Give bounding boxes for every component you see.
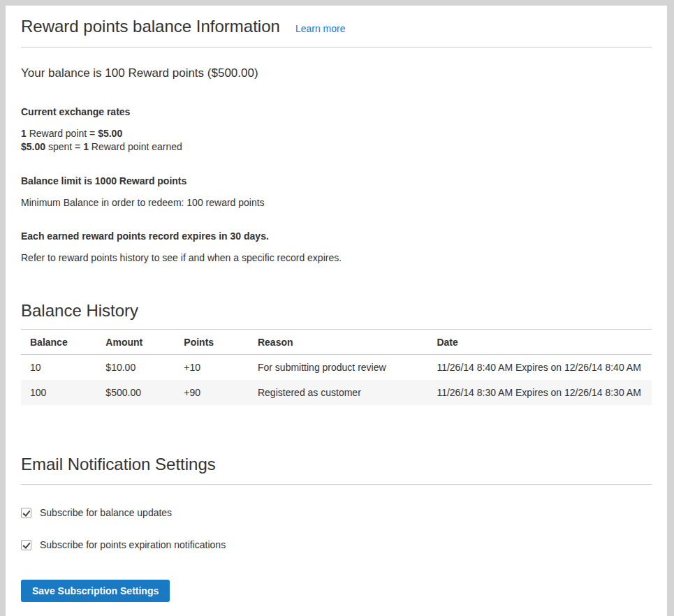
save-subscription-settings-button[interactable]: Save Subscription Settings <box>21 580 170 602</box>
reward-points-panel: Reward points balance Information Learn … <box>6 6 667 616</box>
balance-updates-checkbox[interactable] <box>21 508 31 518</box>
page-title-row: Reward points balance Information Learn … <box>21 17 652 47</box>
cell-date: 11/26/14 8:40 AM Expires on 12/26/14 8:4… <box>427 354 652 380</box>
page-title: Reward points balance Information <box>21 17 280 37</box>
expiry-text: Refer to reward points history to see if… <box>21 252 652 264</box>
balance-history-title: Balance History <box>21 300 652 321</box>
email-notification-settings-title: Email Notification Settings <box>21 454 652 485</box>
column-header-date: Date <box>427 329 652 354</box>
cell-amount: $500.00 <box>96 380 175 405</box>
balance-limit-heading: Balance limit is 1000 Reward points <box>21 175 652 186</box>
exchange-rate-line-1: 1 Reward point = $5.00 <box>21 127 652 140</box>
minimum-balance-text: Minimum Balance in order to redeem: 100 … <box>21 197 652 209</box>
cell-reason: Registered as customer <box>249 380 427 405</box>
column-header-balance: Balance <box>21 329 96 354</box>
column-header-points: Points <box>175 329 249 354</box>
table-header-row: Balance Amount Points Reason Date <box>21 329 652 354</box>
balance-updates-option[interactable]: Subscribe for balance updates <box>21 507 652 519</box>
exchange-rate-lines: 1 Reward point = $5.00 $5.00 spent = 1 R… <box>21 127 652 154</box>
points-expiration-label: Subscribe for points expiration notifica… <box>40 539 226 551</box>
cell-points: +10 <box>175 354 249 380</box>
points-expiration-option[interactable]: Subscribe for points expiration notifica… <box>21 539 652 551</box>
expiry-heading: Each earned reward points record expires… <box>21 230 652 242</box>
cell-amount: $10.00 <box>96 354 175 380</box>
table-row: 10 $10.00 +10 For submitting product rev… <box>21 354 652 380</box>
points-expiration-checkbox[interactable] <box>21 540 31 550</box>
balance-history-table: Balance Amount Points Reason Date 10 $10… <box>21 329 652 405</box>
cell-balance: 10 <box>21 354 96 380</box>
cell-reason: For submitting product review <box>249 354 427 380</box>
cell-balance: 100 <box>21 380 96 405</box>
exchange-rates-heading: Current exchange rates <box>21 106 652 117</box>
table-row: 100 $500.00 +90 Registered as customer 1… <box>21 380 652 405</box>
learn-more-link[interactable]: Learn more <box>295 23 346 34</box>
cell-points: +90 <box>175 380 249 405</box>
column-header-amount: Amount <box>96 329 175 354</box>
cell-date: 11/26/14 8:30 AM Expires on 12/26/14 8:3… <box>427 380 652 405</box>
exchange-rate-line-2: $5.00 spent = 1 Reward point earned <box>21 140 652 154</box>
balance-updates-label: Subscribe for balance updates <box>40 507 172 519</box>
balance-summary: Your balance is 100 Reward points ($500.… <box>21 66 652 80</box>
column-header-reason: Reason <box>249 329 427 354</box>
